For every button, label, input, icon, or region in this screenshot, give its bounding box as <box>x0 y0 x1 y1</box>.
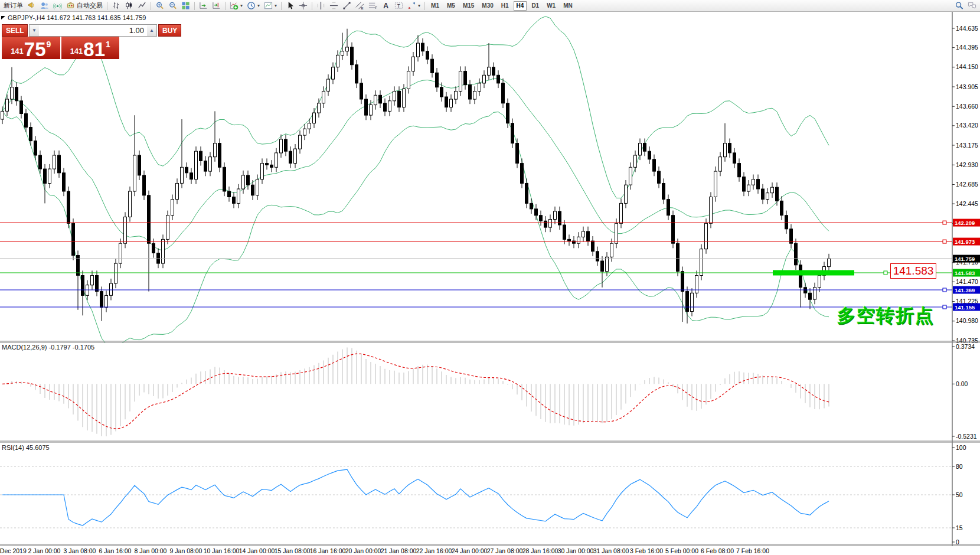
toolbar-separator <box>424 2 425 10</box>
time-tick: 7 Feb 16:00 <box>736 547 769 554</box>
price-tick: 142.685 <box>956 181 978 188</box>
auto-scroll-button[interactable] <box>197 1 210 11</box>
chart-canvas[interactable]: 144.635144.395144.150143.905143.660143.4… <box>0 0 980 555</box>
timeframe-h1-button[interactable]: H1 <box>498 1 512 11</box>
search-icon <box>955 1 963 10</box>
trendline-button[interactable] <box>341 1 353 11</box>
line-handle[interactable] <box>943 221 946 224</box>
panel-separator[interactable] <box>0 544 980 546</box>
zoom-out-button[interactable] <box>166 1 179 11</box>
macd-panel: 0.37340.00-0.5231 <box>2 343 977 440</box>
hline-141.369[interactable] <box>0 288 952 292</box>
timeframe-mn-button[interactable]: MN <box>560 1 576 11</box>
candles-icon <box>125 1 133 10</box>
panel-separator[interactable] <box>0 441 980 442</box>
new-order-button[interactable]: 新订单 <box>2 1 25 11</box>
chat-button[interactable] <box>966 1 978 11</box>
horizontal-line-button[interactable] <box>328 1 340 11</box>
indicators-button[interactable]: ▾ <box>228 1 244 11</box>
rsi-tick: 100 <box>956 444 966 451</box>
time-tick: 8 Jan 00:00 <box>135 547 167 554</box>
price-badge-141.155: 141.155 <box>953 303 980 311</box>
auto-trading-button[interactable]: 自动交易 <box>64 1 104 11</box>
price-tick: 144.635 <box>956 25 978 32</box>
price-badge-141.369: 141.369 <box>953 286 980 294</box>
timeframe-h4-button[interactable]: H4 <box>514 1 527 11</box>
bollinger-bands <box>2 17 829 348</box>
zoom-in-button[interactable] <box>153 1 166 11</box>
search-button[interactable] <box>953 1 965 11</box>
ask-price-display[interactable]: 141 81 1 <box>61 37 120 59</box>
volume-decrease-button[interactable]: ▼ <box>30 25 39 36</box>
periods-button[interactable]: ▾ <box>245 1 262 11</box>
time-tick: 3 Feb 16:00 <box>630 547 663 554</box>
time-tick: 14 Jan 00:00 <box>239 547 275 554</box>
timeframe-d1-button[interactable]: D1 <box>528 1 542 11</box>
pivot-annotation-text[interactable]: 多空转折点 <box>837 303 935 328</box>
line-handle[interactable] <box>884 271 887 275</box>
signals-button[interactable] <box>51 1 64 11</box>
svg-text:141.973: 141.973 <box>955 239 975 245</box>
candles <box>1 29 831 324</box>
support-zone-bar[interactable] <box>773 270 854 276</box>
cursor-button[interactable] <box>284 1 296 11</box>
time-tick: 30 Dec 2019 <box>0 547 27 554</box>
timeframe-m15-button[interactable]: M15 <box>460 1 477 11</box>
line-handle[interactable] <box>943 305 946 309</box>
timeframe-m1-button[interactable]: M1 <box>428 1 442 11</box>
chart-shift-button[interactable] <box>210 1 223 11</box>
tile-windows-button[interactable] <box>179 1 192 11</box>
price-tick: 140.980 <box>956 317 978 324</box>
rsi-panel: 1008050150 <box>0 444 966 546</box>
crosshair-icon <box>299 1 308 10</box>
hline-141.973[interactable] <box>0 240 952 243</box>
text-button[interactable]: A <box>380 1 392 11</box>
bar-chart-button[interactable] <box>110 1 122 11</box>
symbol-ohlc-text: GBPJPY-,H4 141.672 141.763 141.635 141.7… <box>8 14 146 21</box>
line-chart-button[interactable] <box>136 1 148 11</box>
autoscroll-icon <box>199 1 208 10</box>
time-tick: 21 Jan 08:00 <box>381 547 417 554</box>
panel-separator[interactable] <box>0 341 980 342</box>
line-handle[interactable] <box>943 288 946 292</box>
megaphone-button[interactable] <box>25 1 38 11</box>
svg-text:A: A <box>383 2 388 10</box>
time-tick: 28 Jan 16:00 <box>522 547 558 554</box>
arrows-button[interactable]: ▾ <box>406 1 422 11</box>
chat-icon <box>968 1 976 10</box>
tile-icon <box>181 1 190 10</box>
bid-price-display[interactable]: 141 75 9 <box>2 37 60 59</box>
fibonacci-button[interactable]: F <box>367 1 379 11</box>
channel-button[interactable]: E <box>354 1 366 11</box>
text-label-button[interactable]: T <box>393 1 405 11</box>
timeframe-w1-button[interactable]: W1 <box>544 1 558 11</box>
candlestick-chart-button[interactable] <box>123 1 135 11</box>
timeframe-m5-button[interactable]: M5 <box>444 1 458 11</box>
buy-button[interactable]: BUY <box>158 24 181 37</box>
price-callout-label[interactable]: 141.583 <box>890 263 936 279</box>
community-button[interactable] <box>38 1 51 11</box>
time-tick: 27 Jan 08:00 <box>487 547 523 554</box>
terminal-window: 新订单自动交易▾▾▾EFAT▾M1M5M15M30H1H4D1W1MN 144.… <box>0 0 980 555</box>
toolbar-separator <box>281 2 282 10</box>
timeframe-m30-button[interactable]: M30 <box>479 1 496 11</box>
time-tick: 2 Jan 00:00 <box>28 547 61 554</box>
templates-button[interactable]: ▾ <box>262 1 279 11</box>
rsi-tick: 15 <box>956 524 963 531</box>
time-axis[interactable]: 30 Dec 20192 Jan 00:003 Jan 08:006 Jan 1… <box>0 547 769 554</box>
chevron-down-icon: ▾ <box>418 3 420 8</box>
new-order-button-label: 新订单 <box>4 1 23 10</box>
volume-input[interactable] <box>39 25 147 36</box>
volume-increase-button[interactable]: ▲ <box>147 25 156 36</box>
price-tick: 143.660 <box>956 103 978 110</box>
line-handle[interactable] <box>943 240 946 243</box>
hline-142.209[interactable] <box>0 221 952 224</box>
price-tick: 144.150 <box>956 63 978 70</box>
hline-141.155[interactable] <box>0 305 952 309</box>
svg-text:141.369: 141.369 <box>955 287 975 293</box>
sell-button[interactable]: SELL <box>2 24 28 37</box>
crosshair-button[interactable] <box>297 1 309 11</box>
price-tick: 143.175 <box>956 142 978 149</box>
time-tick: 16 Jan 16:00 <box>310 547 346 554</box>
vertical-line-button[interactable] <box>315 1 327 11</box>
